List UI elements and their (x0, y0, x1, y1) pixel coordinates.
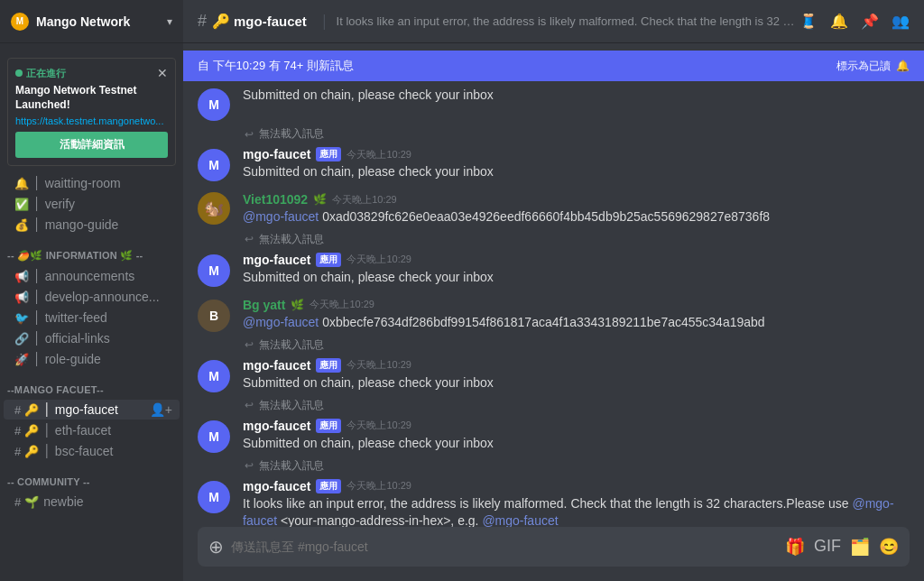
bell-mute-icon[interactable]: 🔔 (830, 13, 848, 30)
msg-username-1: mgo-faucet (243, 147, 310, 161)
message-input[interactable] (231, 540, 785, 554)
bsc-key-icon: 🔑 (24, 445, 39, 458)
channel-item-role-guide[interactable]: 🚀 │ role-guide (4, 349, 180, 369)
gift-icon[interactable]: 🎁 (785, 537, 805, 557)
channel-header: # 🔑 mgo-faucet │ It looks like an input … (183, 0, 924, 43)
msg-username-6: mgo-faucet (243, 419, 310, 433)
input-actions: 🎁 GIF 🗂️ 😊 (785, 537, 899, 557)
main-content: # 🔑 mgo-faucet │ It looks like an input … (183, 0, 924, 581)
avatar-bot-5: M (198, 360, 230, 392)
activity-link[interactable]: https://task.testnet.mangonetwo... (15, 115, 168, 126)
server-header[interactable]: M Mango Network ▾ (0, 0, 183, 43)
cannot-load-1: ↩ 無法載入訊息 (183, 124, 924, 143)
members-icon[interactable]: 👥 (892, 13, 910, 30)
msg-time-7: 今天晚上10:29 (346, 479, 411, 493)
develop-icon: 📢 (14, 290, 29, 304)
msg-text-3: Submitted on chain, please check your in… (243, 269, 910, 287)
channel-item-official-links[interactable]: 🔗 │ official-links (4, 328, 180, 348)
hash-icon-action[interactable]: 🧵 (799, 13, 818, 30)
avatar-bot-0: M (198, 88, 230, 121)
cannot-load-7: ↩ 無法載入訊息 (183, 456, 924, 475)
activity-title: Mango Network Testnet Launched! (15, 84, 168, 112)
channel-item-mango-guide[interactable]: 💰 │ mango-guide (4, 215, 180, 235)
twitter-icon: 🐦 (14, 311, 29, 325)
category-community: -- COMMUNITY -- (0, 462, 183, 491)
message-content-5: mgo-faucet 應用 今天晚上10:29 Submitted on cha… (243, 358, 910, 392)
channel-item-bsc-faucet[interactable]: # 🔑 │ bsc-faucet (4, 441, 180, 461)
message-group-2: 🐿️ Viet101092 🌿 今天晚上10:29 @mgo-faucet 0x… (183, 189, 924, 230)
link-icon: 🔗 (14, 332, 29, 346)
msg-username-5: mgo-faucet (243, 358, 310, 373)
newbie-icon: 🌱 (24, 495, 39, 509)
message-content-3: mgo-faucet 應用 今天晚上10:29 Submitted on cha… (243, 253, 910, 287)
announcements-icon: 📢 (14, 270, 29, 283)
rocket-icon: 🚀 (14, 353, 29, 366)
message-content-4: Bg yatt 🌿 今天晚上10:29 @mgo-faucet 0xbbecfe… (243, 298, 910, 332)
message-content-1: mgo-faucet 應用 今天晚上10:29 Submitted on cha… (243, 147, 910, 181)
channel-item-eth-faucet[interactable]: # 🔑 │ eth-faucet (4, 420, 180, 440)
msg-text-6: Submitted on chain, please check your in… (243, 435, 910, 453)
online-dot-4: 🌿 (291, 299, 304, 311)
msg-username-2: Viet101092 (243, 192, 308, 207)
msg-time-5: 今天晚上10:29 (346, 358, 411, 372)
avatar-bg-yatt: B (198, 300, 230, 332)
message-group-6: M mgo-faucet 應用 今天晚上10:29 Submitted on c… (183, 415, 924, 456)
header-channel-name: mgo-faucet (234, 14, 307, 29)
message-content-0: Submitted on chain, please check your in… (243, 87, 910, 121)
online-dot-2: 🌿 (313, 193, 327, 206)
message-input-box: ⊕ 🎁 GIF 🗂️ 😊 (198, 527, 910, 567)
attach-icon[interactable]: ⊕ (208, 536, 224, 558)
avatar-bot-3: M (198, 254, 230, 287)
key-icon: 🔑 (24, 403, 39, 417)
channel-item-verify[interactable]: ✅ │ verify (4, 194, 180, 214)
msg-text-0: Submitted on chain, please check your in… (243, 87, 910, 105)
emoji-icon[interactable]: 😊 (879, 537, 899, 557)
add-member-icon[interactable]: 👤+ (150, 402, 172, 417)
sticker-icon[interactable]: 🗂️ (850, 537, 870, 557)
msg-text-2: @mgo-faucet 0xad03829fc626e0eaa03e4926ee… (243, 208, 910, 226)
msg-text-5: Submitted on chain, please check your in… (243, 374, 910, 392)
message-group-5: M mgo-faucet 應用 今天晚上10:29 Submitted on c… (183, 355, 924, 396)
channel-item-develop-announce[interactable]: 📢 │ develop-announce... (4, 287, 180, 307)
activity-status-label: 正在進行 (26, 67, 157, 80)
message-input-area: ⊕ 🎁 GIF 🗂️ 😊 (183, 527, 924, 581)
channel-item-newbie[interactable]: # 🌱 newbie (4, 492, 180, 512)
message-content-2: Viet101092 🌿 今天晚上10:29 @mgo-faucet 0xad0… (243, 192, 910, 226)
msg-time-3: 今天晚上10:29 (346, 253, 411, 266)
msg-bot-badge-5: 應用 (316, 358, 341, 373)
activity-banner: 正在進行 ✕ Mango Network Testnet Launched! h… (7, 58, 176, 166)
channel-item-announcements[interactable]: 📢 │ announcements (4, 266, 180, 286)
activity-detail-button[interactable]: 活動詳細資訊 (15, 132, 168, 158)
pin-icon[interactable]: 📌 (861, 13, 879, 30)
cannot-load-5: ↩ 無法載入訊息 (183, 336, 924, 355)
msg-bot-badge-1: 應用 (316, 147, 341, 161)
notification-bar[interactable]: 自 下午10:29 有 74+ 則新訊息 標示為已讀 🔔 (183, 51, 924, 81)
mark-read-icon: 🔔 (896, 60, 910, 72)
activity-dot (15, 69, 23, 77)
sidebar: M Mango Network ▾ 正在進行 ✕ Mango Network T… (0, 0, 183, 581)
message-group-7: M mgo-faucet 應用 今天晚上10:29 It looks like … (183, 475, 924, 527)
header-description: It looks like an input error, the addres… (337, 14, 799, 28)
server-name: Mango Network (36, 14, 167, 29)
msg-time-2: 今天晚上10:29 (332, 193, 397, 207)
msg-time-1: 今天晚上10:29 (346, 148, 411, 161)
channel-item-twitter-feed[interactable]: 🐦 │ twitter-feed (4, 308, 180, 327)
gif-icon[interactable]: GIF (814, 537, 841, 557)
avatar-bot-6: M (198, 420, 230, 453)
message-group-1: M mgo-faucet 應用 今天晚上10:29 Submitted on c… (183, 143, 924, 185)
mark-read-button[interactable]: 標示為已讀 🔔 (836, 59, 910, 74)
channel-item-waitting-room[interactable]: 🔔 │ waitting-room (4, 173, 180, 193)
avatar-bot-7: M (198, 481, 230, 513)
msg-username-3: mgo-faucet (243, 253, 310, 267)
msg-text-1: Submitted on chain, please check your in… (243, 163, 910, 181)
bell-icon: 🔔 (14, 177, 29, 190)
cannot-load-6: ↩ 無法載入訊息 (183, 396, 924, 415)
message-content-6: mgo-faucet 應用 今天晚上10:29 Submitted on cha… (243, 419, 910, 453)
activity-close-button[interactable]: ✕ (157, 66, 168, 80)
category-faucet: --MANGO FACUET-- (0, 370, 183, 399)
header-actions: 🧵 🔔 📌 👥 (799, 13, 910, 30)
msg-text-4: @mgo-faucet 0xbbecfe7634df286bdf99154f86… (243, 314, 910, 332)
channel-item-mgo-faucet[interactable]: # 🔑 │ mgo-faucet 👤+ (4, 400, 180, 420)
eth-key-icon: 🔑 (24, 424, 39, 438)
msg-bot-badge-7: 應用 (316, 479, 341, 493)
